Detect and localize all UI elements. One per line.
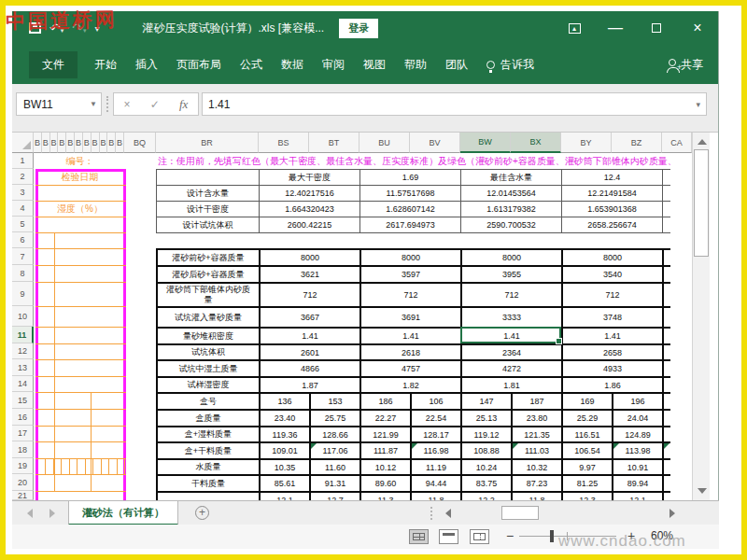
row-header-5[interactable]: 5 [12, 217, 34, 232]
name-box-dropdown-icon[interactable]: ▼ [90, 100, 97, 108]
cell[interactable]: 91.31 [310, 475, 360, 492]
row-header-9[interactable]: 9 [12, 282, 34, 306]
cell-label[interactable]: 盒号 [157, 393, 260, 410]
cell[interactable]: 4933 [562, 360, 663, 377]
col-header-narrow[interactable]: B [92, 133, 100, 153]
cell[interactable]: 87.23 [512, 475, 562, 492]
cell[interactable]: 3621 [260, 266, 360, 283]
cell[interactable]: 1.664320423 [260, 202, 360, 217]
col-header-BX[interactable]: BX [511, 133, 561, 153]
cell-label[interactable]: 设计试坑体积 [157, 217, 260, 233]
row-header-18[interactable]: 18 [12, 441, 34, 458]
minimize-button[interactable]: — [595, 11, 636, 45]
cell[interactable]: 136 [260, 393, 310, 410]
cell[interactable]: 10.91 [613, 459, 663, 475]
cell-label[interactable]: 灌砂筒下部锥体内砂质量 [157, 283, 260, 307]
sheet-area[interactable]: 注：使用前，先填写红色（最大干密度、最佳含水量、压实度标准）及绿色（灌砂前砂+容… [34, 153, 670, 500]
cell[interactable]: 153 [310, 393, 360, 410]
close-button[interactable]: × [677, 11, 718, 45]
cell[interactable] [663, 377, 670, 393]
cell[interactable]: 11.8 [411, 492, 461, 500]
cell[interactable]: 2617.694973 [360, 217, 461, 233]
cell[interactable]: 712 [562, 283, 663, 307]
cell[interactable]: 25.75 [310, 410, 360, 427]
row-header-21[interactable]: 21 [12, 491, 34, 500]
cell[interactable]: 1.81 [461, 377, 562, 393]
col-header-narrow[interactable]: B [107, 133, 116, 153]
row-header-11[interactable]: 11 [12, 327, 34, 343]
ribbon-tab-7[interactable]: 审阅 [313, 51, 354, 78]
cell[interactable]: 3955 [461, 266, 562, 283]
cell[interactable]: 10.32 [512, 459, 562, 475]
cell[interactable]: 121.99 [360, 427, 411, 442]
cell[interactable]: 187 [512, 393, 562, 410]
cell[interactable] [663, 328, 670, 344]
select-all-corner[interactable] [12, 133, 34, 153]
cell[interactable]: 12.1 [260, 492, 310, 500]
cell[interactable]: 89.60 [360, 475, 411, 492]
cell[interactable]: 85.61 [260, 475, 310, 492]
cell[interactable] [663, 283, 670, 307]
cell[interactable] [663, 266, 670, 283]
expand-formula-bar-icon[interactable]: ▾ [696, 100, 700, 109]
row-header-6[interactable]: 6 [12, 232, 34, 248]
cell[interactable]: 119.36 [260, 427, 310, 442]
cell[interactable]: 10.24 [461, 459, 512, 475]
cell[interactable]: 109.01 [260, 442, 310, 459]
cell[interactable]: 111.03 [512, 442, 562, 459]
col-header-BR[interactable]: BR [156, 133, 259, 153]
cell[interactable]: 23.80 [512, 410, 562, 427]
cell[interactable]: 11.1 [663, 492, 670, 500]
ribbon-tab-8[interactable]: 视图 [354, 51, 395, 78]
cell[interactable]: 3748 [562, 307, 663, 328]
page-layout-view-icon[interactable] [439, 529, 458, 544]
sheet-nav-left-icon[interactable] [27, 509, 33, 518]
row-header-13[interactable]: 13 [12, 359, 34, 376]
ribbon-display-options-icon[interactable]: ▴ [554, 11, 595, 45]
col-header-BV[interactable]: BV [410, 133, 460, 153]
formula-input[interactable]: 1.41 ▾ [202, 92, 707, 116]
cell[interactable]: 24.04 [613, 410, 663, 427]
cell[interactable]: 8000 [260, 249, 360, 266]
cell-label[interactable]: 设计含水量 [157, 186, 260, 202]
maximize-button[interactable] [636, 11, 677, 45]
cell[interactable]: 最大干密度 [260, 170, 360, 186]
cell[interactable]: 12.01453564 [461, 186, 562, 202]
row-header-16[interactable]: 16 [12, 409, 34, 426]
cell-label[interactable] [157, 492, 260, 500]
col-header-BW[interactable]: BW [460, 133, 511, 153]
cell[interactable]: 2601 [260, 344, 360, 360]
cell[interactable]: 2658.256674 [562, 217, 663, 233]
cancel-entry-icon[interactable]: × [124, 98, 131, 111]
cell[interactable]: 2658 [562, 344, 663, 360]
active-cell-selection[interactable] [460, 327, 561, 343]
cell[interactable]: 12.3 [562, 492, 613, 500]
cell[interactable]: 116.51 [562, 427, 613, 442]
col-header-BS[interactable]: BS [259, 133, 309, 153]
cell[interactable]: 3540 [562, 266, 663, 283]
cell[interactable]: 12.2 [461, 492, 512, 500]
cell[interactable]: 11.57517698 [360, 186, 461, 202]
cell[interactable]: 83.75 [461, 475, 512, 492]
cell[interactable]: 1.82 [360, 377, 461, 393]
cell-label[interactable]: 水质量 [157, 459, 260, 475]
cell[interactable]: 10.12 [360, 459, 411, 475]
ribbon-tab-4[interactable]: 页面布局 [167, 51, 231, 78]
ribbon-tab-9[interactable]: 帮助 [395, 51, 436, 78]
hscroll-right-icon[interactable] [669, 509, 675, 518]
row-header-14[interactable]: 14 [12, 376, 34, 392]
cell[interactable]: 2590.700532 [461, 217, 562, 233]
col-header-narrow[interactable]: B [66, 133, 75, 153]
cell[interactable]: 4272 [461, 360, 562, 377]
zoom-out-icon[interactable]: − [506, 528, 514, 543]
cell[interactable] [663, 249, 670, 266]
col-header-narrow[interactable]: B [75, 133, 83, 153]
row-header-2[interactable]: 2 [12, 169, 34, 185]
cell[interactable]: 81.25 [562, 475, 613, 492]
cell[interactable] [663, 344, 670, 360]
row-header-10[interactable]: 10 [12, 306, 34, 327]
cell[interactable]: 22.54 [411, 410, 461, 427]
page-break-view-icon[interactable] [470, 529, 489, 544]
ribbon-tab-2[interactable]: 开始 [85, 51, 126, 78]
row-header-8[interactable]: 8 [12, 265, 34, 282]
